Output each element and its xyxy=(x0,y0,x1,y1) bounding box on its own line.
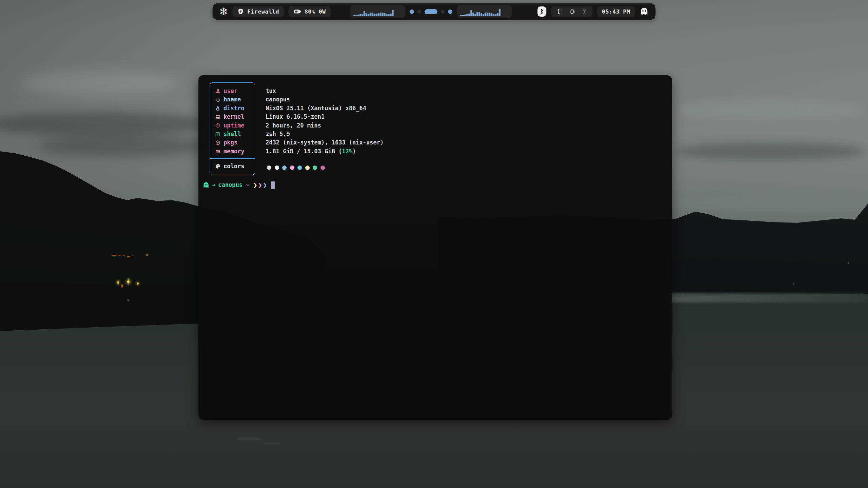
fetch-value-kernel: Linux 6.16.5-zen1 xyxy=(266,113,384,121)
fetch-colors-section: colors xyxy=(210,159,255,174)
fetch-key-shell: shell xyxy=(210,130,255,138)
fetch-value-segment: 2432 (nix-system), 1633 (nix-user) xyxy=(266,139,384,146)
terminal-color-palette xyxy=(267,165,325,170)
fetch-value-uptime: 2 hours, 20 mins xyxy=(266,121,384,130)
village-light xyxy=(127,256,130,257)
graph-bar xyxy=(374,14,375,16)
tray-widget[interactable]: ✂ xyxy=(551,6,593,17)
fetch-key-label: colors xyxy=(224,162,244,171)
graph-bar xyxy=(472,13,474,16)
flame-icon xyxy=(569,8,576,15)
fetch-key-memory: memory xyxy=(210,147,255,156)
prompt-chevron-3: ❯ xyxy=(263,181,267,189)
distant-light xyxy=(793,284,794,285)
workspace-indicator xyxy=(410,9,452,14)
shield-wifi-icon xyxy=(237,8,244,15)
battery-widget[interactable]: 80% 0W xyxy=(289,6,331,17)
fetch-key-user: user xyxy=(210,87,255,95)
palette-swatch xyxy=(321,165,325,170)
graph-bar xyxy=(475,14,476,16)
workspace-active-pill[interactable] xyxy=(425,9,438,14)
fetch-key-label: distro xyxy=(224,104,244,113)
terminal-icon xyxy=(215,131,221,137)
fetch-key-kernel: kernel xyxy=(210,113,255,121)
fetch-key-label: user xyxy=(224,87,237,95)
package-icon xyxy=(215,140,221,146)
desktop: { "theme": { "terminal_bg": "#0d0d0d", "… xyxy=(0,0,868,488)
fetch-value-segment: canopus xyxy=(266,96,290,103)
village-light xyxy=(118,255,121,256)
terminal-window[interactable]: user hname distro xyxy=(198,75,672,420)
fetch-key-label: hname xyxy=(224,95,241,104)
fetch-key-pkgs: pkgs xyxy=(210,138,255,147)
fetch-key-label: pkgs xyxy=(224,138,237,147)
graph-bar xyxy=(485,13,486,16)
fetch-key-label: kernel xyxy=(224,113,244,121)
nixos-logo-icon[interactable]: ❄ xyxy=(219,6,228,17)
fetch-value-segment: NixOS 25.11 (Xantusia) x86_64 xyxy=(266,105,366,112)
scissors-icon: ✂ xyxy=(581,9,588,14)
workspace-dot-occupied[interactable] xyxy=(410,9,414,14)
terminal-cursor xyxy=(271,181,275,189)
shell-prompt[interactable]: → canopus ~ ❯ ❯ ❯ xyxy=(202,181,275,190)
graph-bar xyxy=(466,14,468,16)
palette-icon xyxy=(215,163,221,170)
fetch-key-colors: colors xyxy=(210,162,255,171)
shoreline-reflection xyxy=(663,293,868,302)
graph-bar xyxy=(392,10,394,16)
clock-widget[interactable]: 05:43 PM xyxy=(597,6,635,17)
village-light-orange xyxy=(121,284,123,288)
palette-swatch xyxy=(282,165,287,170)
top-bar: ❄ Firewalld 80% 0W ᛒ xyxy=(212,3,656,20)
circle-icon xyxy=(215,97,221,103)
battery-label: 80% 0W xyxy=(305,8,326,15)
fetch-value-user: tux xyxy=(266,87,384,95)
workspace-dot-empty[interactable] xyxy=(441,10,445,14)
graph-bar xyxy=(489,13,490,16)
fetch-value-pkgs: 2432 (nix-system), 1633 (nix-user) xyxy=(266,138,384,147)
village-light xyxy=(146,254,148,256)
ghost-icon[interactable] xyxy=(640,7,649,16)
graph-bar xyxy=(479,12,480,16)
graph-bar xyxy=(362,14,363,16)
fetch-value-distro: NixOS 25.11 (Xantusia) x86_64 xyxy=(266,104,384,113)
village-light xyxy=(132,255,134,256)
fetch-key-distro: distro xyxy=(210,104,255,113)
graph-bar xyxy=(372,13,373,16)
fetch-key-rows: user hname distro xyxy=(210,83,255,158)
village-light-bright xyxy=(128,278,129,285)
cpu-graph-widget[interactable] xyxy=(350,5,405,18)
graph-bar xyxy=(481,13,482,16)
workspace-dot-occupied[interactable] xyxy=(448,9,452,14)
prompt-path: ~ xyxy=(246,181,249,189)
fetch-value-segment: Linux 6.16.5-zen1 xyxy=(266,113,325,120)
graph-bar xyxy=(366,13,367,16)
ram-icon xyxy=(215,148,221,154)
graph-bar xyxy=(462,15,464,16)
graph-bar xyxy=(355,15,357,16)
graph-bar xyxy=(499,9,501,16)
graph-bar xyxy=(378,13,380,16)
prompt-host: canopus xyxy=(218,181,243,189)
firewall-label: Firewalld xyxy=(247,8,279,15)
workspace-dot-empty[interactable] xyxy=(418,10,421,14)
graph-bar xyxy=(468,14,470,16)
phone-icon xyxy=(557,8,563,15)
penguin-icon xyxy=(215,105,221,111)
fetch-key-uptime: uptime xyxy=(210,121,255,130)
bluetooth-icon[interactable]: ᛒ xyxy=(538,6,546,17)
light-reflection xyxy=(127,299,129,301)
graph-bar xyxy=(388,14,390,16)
fetch-value-segment: 12% xyxy=(342,148,352,155)
graph-bar xyxy=(497,13,499,16)
graph-bar xyxy=(491,13,493,16)
graph-bar xyxy=(495,14,497,16)
memory-graph-widget[interactable] xyxy=(457,5,512,18)
graph-bar xyxy=(368,14,369,16)
graph-bar xyxy=(464,15,466,16)
firewall-widget[interactable]: Firewalld xyxy=(233,6,284,17)
village-light xyxy=(112,255,116,256)
battery-icon xyxy=(293,8,302,15)
distant-light xyxy=(848,262,849,263)
fetch-value-segment: zsh 5.9 xyxy=(266,131,290,137)
